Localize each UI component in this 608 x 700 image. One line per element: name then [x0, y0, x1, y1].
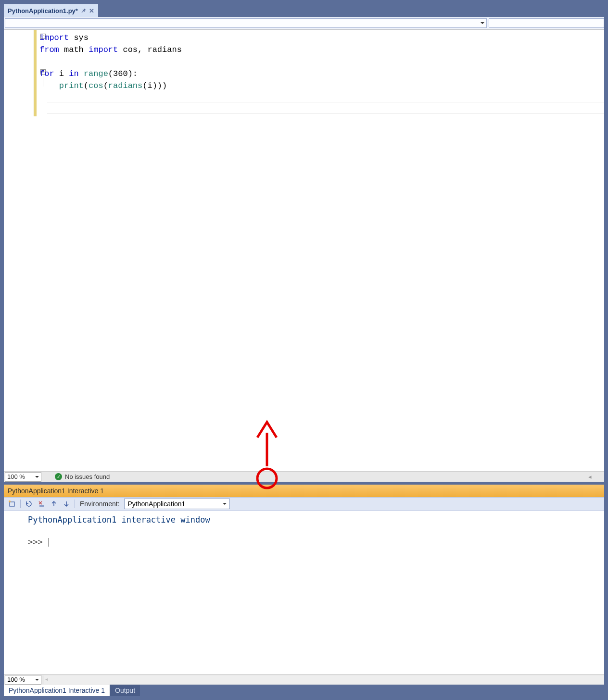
- chevron-down-icon: [35, 679, 39, 681]
- clear-icon[interactable]: [36, 499, 47, 509]
- scope-dropdown[interactable]: [5, 18, 487, 28]
- arrow-up-icon[interactable]: [49, 499, 59, 509]
- member-dropdown[interactable]: [489, 18, 604, 28]
- tab-interactive[interactable]: PythonApplication1 Interactive 1: [4, 685, 110, 696]
- repl-header-line: PythonApplication1 interactive window: [28, 513, 604, 526]
- tab-interactive-label: PythonApplication1 Interactive 1: [9, 687, 105, 694]
- interactive-repl[interactable]: PythonApplication1 interactive window >>…: [4, 511, 604, 674]
- chevron-down-icon: [35, 476, 39, 478]
- zoom-dropdown[interactable]: 100 %: [5, 472, 41, 482]
- interactive-panel-title: PythonApplication1 Interactive 1: [4, 485, 604, 497]
- zoom-value: 100 %: [7, 676, 25, 683]
- new-window-icon[interactable]: [7, 499, 17, 509]
- environment-label: Environment:: [80, 500, 119, 508]
- horizontal-scrollbar[interactable]: [44, 675, 604, 684]
- chevron-down-icon: [481, 22, 484, 24]
- pin-icon[interactable]: ⁠⁠📌︎: [81, 8, 86, 13]
- svg-point-1: [9, 500, 11, 502]
- interactive-status-bar: 100 %: [4, 674, 604, 685]
- navigation-bar: [4, 17, 604, 29]
- reset-icon[interactable]: [24, 499, 34, 509]
- cursor: [49, 538, 49, 547]
- file-tab-label: PythonApplication1.py*: [8, 7, 78, 14]
- code-content: import sys from math import cos, radians…: [39, 32, 182, 92]
- file-tab[interactable]: PythonApplication1.py* ⁠⁠📌︎ ✕: [4, 4, 98, 17]
- tab-output-label: Output: [115, 687, 135, 694]
- current-line-highlight: [47, 102, 604, 114]
- editor-status-bar: 100 % ✓ No issues found ◂: [4, 471, 604, 482]
- change-indicator: [34, 30, 37, 116]
- zoom-dropdown[interactable]: 100 %: [5, 675, 41, 685]
- bottom-tab-strip: PythonApplication1 Interactive 1 Output: [4, 685, 604, 696]
- close-icon[interactable]: ✕: [89, 7, 94, 14]
- environment-dropdown[interactable]: PythonApplication1: [124, 499, 230, 509]
- scroll-left-icon[interactable]: ◂: [575, 473, 604, 480]
- svg-rect-0: [10, 502, 14, 506]
- repl-prompt-line: >>>: [28, 536, 604, 548]
- chevron-down-icon: [223, 503, 227, 505]
- tab-output[interactable]: Output: [110, 685, 140, 696]
- arrow-down-icon[interactable]: [61, 499, 72, 509]
- environment-value: PythonApplication1: [127, 500, 185, 508]
- issues-label: No issues found: [65, 473, 110, 480]
- interactive-title-label: PythonApplication1 Interactive 1: [8, 487, 104, 495]
- interactive-toolbar: Environment: PythonApplication1: [4, 497, 604, 511]
- zoom-value: 100 %: [7, 473, 25, 480]
- separator: [20, 500, 21, 508]
- check-icon: ✓: [55, 473, 62, 480]
- editor-tab-strip: PythonApplication1.py* ⁠⁠📌︎ ✕: [4, 4, 604, 17]
- separator: [75, 500, 75, 508]
- code-editor[interactable]: − − import sys from math import cos, rad…: [4, 29, 604, 471]
- repl-prompt: >>>: [28, 537, 48, 547]
